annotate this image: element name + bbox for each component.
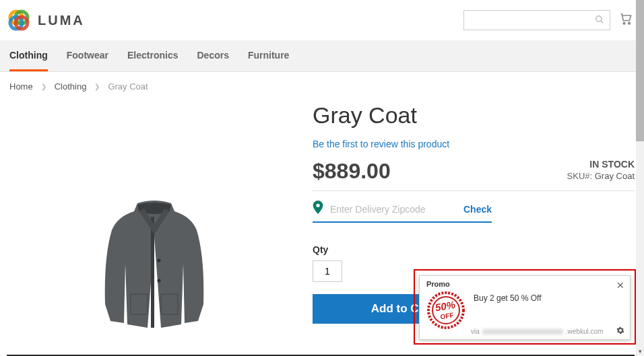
- brand-name: LUMA: [38, 13, 85, 28]
- promo-badge-icon: 50% OFF: [426, 291, 465, 330]
- product-title: Gray Coat: [313, 102, 635, 129]
- breadcrumb-home[interactable]: Home: [9, 81, 33, 92]
- check-zipcode-link[interactable]: Check: [463, 204, 492, 215]
- nav-item-electronics[interactable]: Electronics: [127, 40, 178, 71]
- review-link[interactable]: Be the first to review this product: [313, 139, 449, 149]
- search-box[interactable]: [463, 10, 610, 30]
- svg-point-9: [158, 279, 161, 283]
- qty-label: Qty: [313, 244, 635, 255]
- breadcrumb-current: Gray Coat: [108, 81, 148, 92]
- stock-column: IN STOCK SKU#: Gray Coat: [567, 159, 635, 181]
- svg-point-10: [316, 204, 319, 207]
- price-row: $889.00 IN STOCK SKU#: Gray Coat: [313, 159, 635, 191]
- promo-notification: Promo ✕ 50% OFF Buy 2 get 50 % Off via .…: [419, 275, 631, 340]
- chevron-right-icon: ❯: [94, 83, 100, 90]
- search-input[interactable]: [470, 15, 595, 26]
- product-image[interactable]: [97, 197, 212, 331]
- scrollbar-thumb[interactable]: [636, 0, 644, 141]
- promo-via: via: [471, 328, 480, 335]
- promo-body: 50% OFF Buy 2 get 50 % Off: [426, 291, 623, 330]
- svg-point-7: [629, 22, 631, 24]
- svg-point-8: [158, 259, 161, 262]
- svg-point-4: [596, 15, 602, 21]
- price: $889.00: [313, 159, 391, 184]
- promo-title: Promo: [426, 280, 623, 288]
- main-nav: Clothing Footwear Electronics Decors Fur…: [0, 40, 644, 72]
- stock-status: IN STOCK: [567, 159, 635, 170]
- promo-domain: .webkul.com: [566, 328, 604, 335]
- nav-item-footwear[interactable]: Footwear: [67, 40, 108, 71]
- zipcode-input[interactable]: [330, 204, 457, 215]
- breadcrumb: Home ❯ Clothing ❯ Gray Coat: [0, 72, 644, 102]
- sku-label: SKU#:: [567, 171, 593, 181]
- sku-value: Gray Coat: [595, 171, 635, 181]
- nav-item-decors[interactable]: Decors: [197, 40, 228, 71]
- chevron-right-icon: ❯: [41, 83, 46, 90]
- scrollbar-track[interactable]: ▾: [636, 0, 644, 356]
- nav-item-furniture[interactable]: Furniture: [248, 40, 289, 71]
- nav-item-clothing[interactable]: Clothing: [9, 40, 48, 71]
- close-icon[interactable]: ✕: [616, 280, 624, 291]
- cart-icon[interactable]: [618, 12, 633, 29]
- zipcode-row: Check: [313, 201, 492, 223]
- qty-input[interactable]: [313, 260, 342, 282]
- svg-line-5: [601, 20, 604, 23]
- gear-icon[interactable]: [616, 326, 624, 336]
- promo-source-blurred: [482, 329, 563, 334]
- location-pin-icon: [313, 201, 323, 217]
- logo[interactable]: LUMA: [7, 8, 85, 32]
- header: LUMA: [0, 0, 644, 40]
- product-image-column: [9, 102, 299, 331]
- breadcrumb-category[interactable]: Clothing: [55, 81, 87, 92]
- search-icon[interactable]: [595, 15, 604, 26]
- promo-text: Buy 2 get 50 % Off: [474, 291, 542, 303]
- header-right: [463, 10, 633, 30]
- promo-footer: via .webkul.com: [471, 326, 624, 336]
- svg-point-6: [623, 22, 625, 24]
- scrollbar-down-arrow[interactable]: ▾: [636, 347, 644, 356]
- logo-icon: [7, 8, 31, 32]
